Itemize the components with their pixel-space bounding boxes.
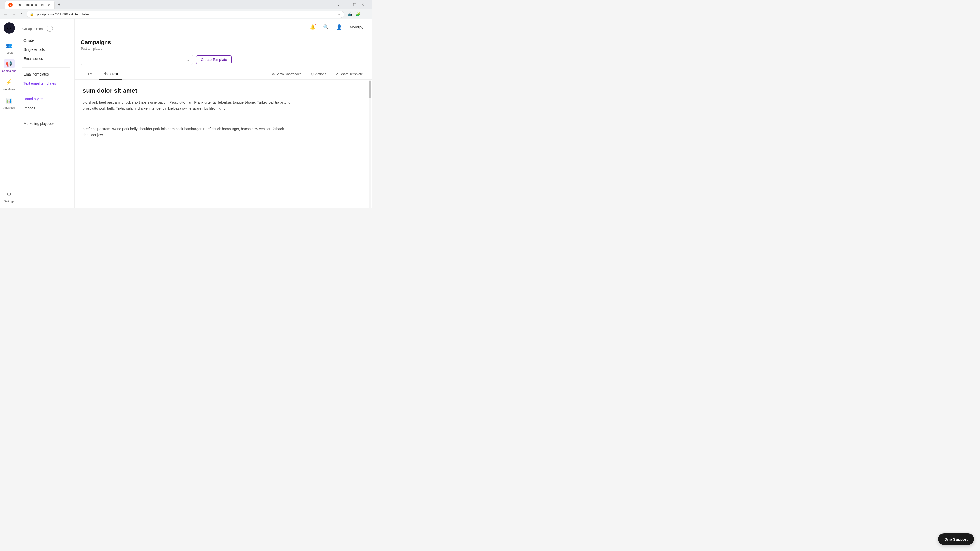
people-icon: 👥 [3,41,15,50]
share-icon: ↗ [335,72,338,76]
analytics-label: Analytics [3,106,14,109]
campaigns-icon: 📢 [3,59,15,68]
sidebar-item-settings[interactable]: ⚙ Settings [0,187,18,205]
window-minimize[interactable]: — [343,1,350,8]
active-tab[interactable]: D Email Templates - Drip ✕ [5,0,55,9]
actions-label: Actions [315,72,326,76]
refresh-button[interactable]: ↻ [18,11,25,18]
people-label: People [5,51,13,54]
settings-icon: ⚙ [3,189,15,199]
sub-menu-item-single-emails[interactable]: Single emails [18,45,74,54]
view-shortcodes-label: View Shortcodes [277,72,301,76]
window-close[interactable]: ✕ [360,1,366,8]
page-header: Campaigns Text templates [75,35,372,51]
collapse-icon: ← [47,25,53,32]
scrollbar-thumb[interactable] [369,81,371,98]
collapse-menu-button[interactable]: Collapse menu ← [18,24,74,36]
window-titlebar: D Email Templates - Drip ✕ + ⌄ — ❐ ✕ [0,0,372,9]
share-template-label: Share Template [340,72,363,76]
sub-menu-item-brand-styles[interactable]: Brand styles [18,94,74,103]
shortcodes-icon: <> [271,72,275,76]
back-button[interactable]: ← [2,11,9,18]
notification-dot [314,24,316,25]
sub-menu-item-email-series[interactable]: Email series [18,54,74,63]
logo-icon: ☺ [6,25,12,32]
sub-menu-item-images[interactable]: Images [18,103,74,113]
cast-button[interactable]: 📺 [346,11,353,18]
new-tab-button[interactable]: + [56,1,63,8]
sub-menu-item-onsite[interactable]: Onsite [18,36,74,45]
address-bar[interactable]: 🔒 getdrip.com/7641396/text_templates/ ☆ [27,11,344,18]
divider-2 [22,92,70,92]
sub-menu-section-3: Brand styles Images [18,94,74,113]
preview-content: sum dolor sit amet pig shank beef pastra… [83,86,292,138]
search-button[interactable]: 🔍 [321,22,331,32]
preview-paragraph-2: beef ribs pastrami swine pork belly shou… [83,126,292,138]
page-title: Campaigns [81,39,366,46]
user-menu-button[interactable]: Moodjoy [348,24,366,30]
vertical-scrollbar[interactable] [369,79,371,208]
filter-row: ⌄ Create Template [75,51,372,69]
workflows-label: Workflows [3,88,16,91]
url-text: getdrip.com/7641396/text_templates/ [36,12,336,16]
sidebar-item-campaigns[interactable]: 📢 Campaigns [0,57,18,75]
actions-button[interactable]: ⚙ Actions [308,71,329,78]
template-tabs-bar: HTML Plain Text <> View Shortcodes ⚙ Act… [75,69,372,79]
forward-button[interactable]: → [10,11,18,18]
template-preview-area: sum dolor sit amet pig shank beef pastra… [75,79,372,208]
sub-menu-item-marketing-playbook[interactable]: Marketing playbook [18,119,74,128]
tab-html[interactable]: HTML [81,69,99,79]
actions-icon: ⚙ [311,72,314,76]
sub-menu-item-text-email-templates[interactable]: Text email templates [18,79,74,88]
breadcrumb: Text templates [81,47,366,51]
browser-actions: 📺 🧩 ⋮ [346,11,369,18]
sub-sidebar: Collapse menu ← Onsite Single emails Ema… [18,19,75,208]
tab-actions: <> View Shortcodes ⚙ Actions ↗ Share Tem… [269,71,366,78]
lock-icon: 🔒 [30,13,34,16]
share-template-button[interactable]: ↗ Share Template [333,71,366,78]
divider-1 [22,67,70,68]
main-content: 🔔 🔍 👤 Moodjoy Campaigns Text templates ⌄ [75,19,372,208]
sidebar-item-workflows[interactable]: ⚡ Workflows [0,76,18,93]
tab-group: HTML Plain Text [81,69,122,79]
tab-scroll-left[interactable]: ⌄ [335,1,342,8]
bookmark-icon[interactable]: ☆ [338,12,341,16]
top-header: 🔔 🔍 👤 Moodjoy [75,19,372,35]
collapse-label: Collapse menu [22,27,45,30]
campaigns-label: Campaigns [2,69,16,73]
tab-title: Email Templates - Drip [14,3,45,6]
window-maximize[interactable]: ❐ [351,1,358,8]
notification-button[interactable]: 🔔 [308,22,317,32]
page-body: Campaigns Text templates ⌄ Create Templa… [75,35,372,208]
preview-heading: sum dolor sit amet [83,86,292,95]
navigation-bar: ← → ↻ 🔒 getdrip.com/7641396/text_templat… [0,9,372,19]
sub-menu-item-email-templates[interactable]: Email templates [18,70,74,79]
extensions-button[interactable]: 🧩 [354,11,361,18]
more-button[interactable]: ⋮ [363,11,369,18]
tab-plain-text[interactable]: Plain Text [99,69,122,79]
sidebar-item-analytics[interactable]: 📊 Analytics [0,94,18,111]
view-shortcodes-button[interactable]: <> View Shortcodes [269,71,304,78]
analytics-icon: 📊 [3,96,15,105]
brand-logo[interactable]: ☺ [3,22,15,34]
preview-section-marker: | [83,116,292,122]
divider-3 [22,117,70,117]
user-name: Moodjoy [350,25,363,29]
template-filter-select[interactable]: ⌄ [81,55,193,65]
tab-close-button[interactable]: ✕ [47,3,51,7]
tab-favicon: D [8,3,13,7]
icon-sidebar: ☺ 👥 People 📢 Campaigns ⚡ Workflows 📊 Ana… [0,19,18,208]
sidebar-item-people[interactable]: 👥 People [0,39,18,56]
sub-menu-section-4: Marketing playbook [18,119,74,128]
settings-label: Settings [4,200,14,203]
chevron-down-icon: ⌄ [186,58,189,62]
workflows-icon: ⚡ [3,78,15,87]
sub-menu-section-2: Email templates Text email templates [18,70,74,88]
preview-paragraph-1: pig shank beef pastrami chuck short ribs… [83,100,292,112]
sub-menu-section-1: Onsite Single emails Email series [18,36,74,63]
app-container: ☺ 👥 People 📢 Campaigns ⚡ Workflows 📊 Ana… [0,19,372,208]
create-template-button[interactable]: Create Template [196,56,232,64]
user-avatar-icon: 👤 [334,22,344,32]
